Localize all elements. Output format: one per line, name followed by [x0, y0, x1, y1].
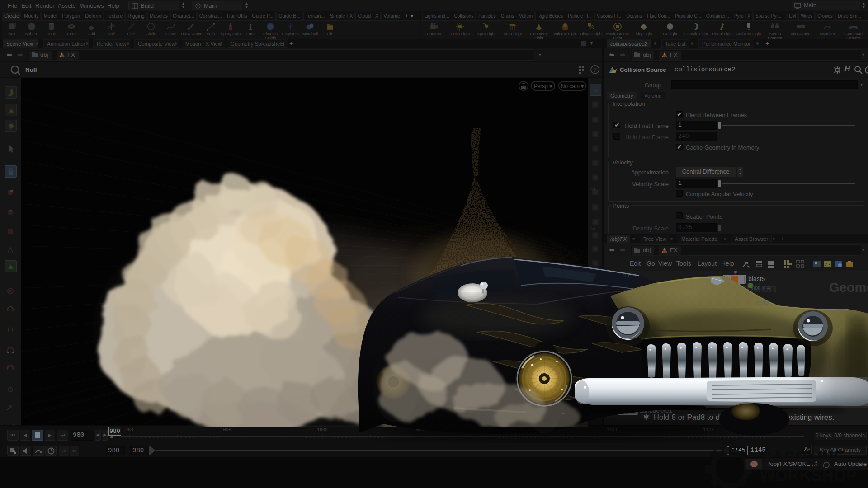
svg-text:vert3: vert3: [756, 299, 769, 306]
svg-text:rt3: rt3: [623, 272, 629, 278]
